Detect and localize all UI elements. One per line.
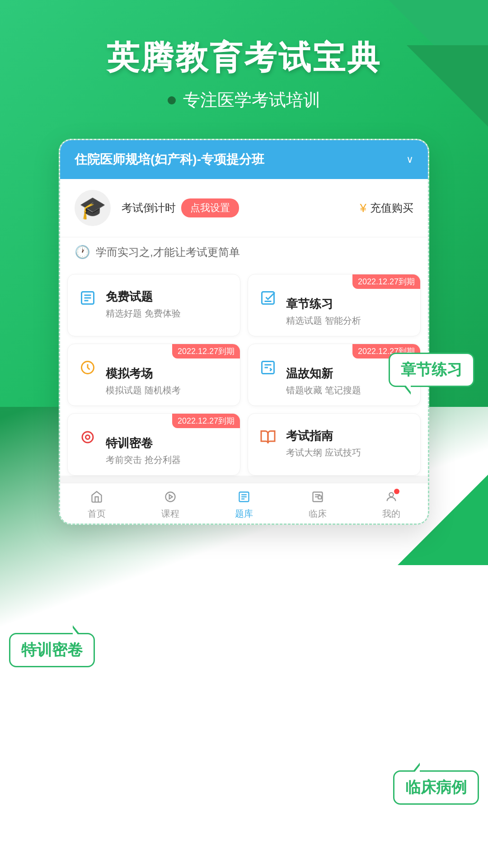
feature-card-special-exam[interactable]: 2022.12.27到期 特训密卷 考前突击 抢分利器 <box>67 413 240 476</box>
expiry-badge-mock-exam: 2022.12.27到期 <box>172 344 240 359</box>
feature-text-chapter-practice: 章节练习 精选试题 智能分析 <box>286 285 411 327</box>
feature-icon-review <box>257 357 279 378</box>
nav-label-course: 课程 <box>161 508 179 520</box>
bottom-nav: 首页 课程 题库 临床 我的 <box>60 483 428 524</box>
app-subtitle: 专注医学考试培训 <box>183 89 320 112</box>
callout-chapter-practice-text: 章节练习 <box>401 361 462 378</box>
feature-text-mock-exam: 模拟考场 模拟试题 随机模考 <box>106 355 231 396</box>
callout-special-exam-text: 特训密卷 <box>21 641 83 658</box>
nav-icon-course <box>164 497 177 505</box>
content-area: 英腾教育考试宝典 专注医学考试培训 住院医师规培(妇产科)-专项提分班 ∨ 🎓 … <box>0 0 488 525</box>
feature-card-exam-guide[interactable]: 考试指南 考试大纲 应试技巧 <box>248 413 421 476</box>
nav-icon-question-bank <box>238 497 250 505</box>
feature-text-free-questions: 免费试题 精选好题 免费体验 <box>106 285 231 320</box>
nav-label-mine: 我的 <box>382 508 400 520</box>
svg-rect-22 <box>318 496 321 499</box>
feature-desc-special-exam: 考前突击 抢分利器 <box>106 454 231 466</box>
phone-mockup: 住院医师规培(妇产科)-专项提分班 ∨ 🎓 考试倒计时 点我设置 ¥ 充值购买 … <box>59 139 429 525</box>
svg-point-11 <box>82 432 93 443</box>
feature-icon-mock-exam <box>77 357 99 378</box>
nav-label-clinical: 临床 <box>309 508 327 520</box>
svg-point-23 <box>389 493 393 497</box>
feature-card-chapter-practice[interactable]: 2022.12.27到期 章节练习 精选试题 智能分析 <box>248 274 421 336</box>
feature-name-exam-guide: 考试指南 <box>286 428 411 444</box>
nav-label-question-bank: 题库 <box>235 508 253 520</box>
set-button[interactable]: 点我设置 <box>181 198 239 217</box>
dot-indicator <box>168 96 176 104</box>
nav-item-home[interactable]: 首页 <box>60 491 134 520</box>
feature-desc-free-questions: 精选好题 免费体验 <box>106 307 231 320</box>
nav-item-clinical[interactable]: 临床 <box>281 491 354 520</box>
feature-text-special-exam: 特训密卷 考前突击 抢分利器 <box>106 425 231 466</box>
svg-rect-4 <box>262 292 274 304</box>
recharge-label: 充值购买 <box>370 201 413 215</box>
coin-icon: ¥ <box>360 201 366 215</box>
feature-text-exam-guide: 考试指南 考试大纲 应试技巧 <box>286 425 411 459</box>
feature-icon-free-questions <box>77 287 99 309</box>
nav-icon-clinical <box>311 497 324 505</box>
feature-desc-exam-guide: 考试大纲 应试技巧 <box>286 447 411 459</box>
feature-icon-exam-guide <box>257 426 279 448</box>
nav-badge-dot-mine <box>394 489 399 494</box>
nav-item-course[interactable]: 课程 <box>134 491 207 520</box>
notice-row: 🕐 学而实习之,才能让考试更简单 <box>60 237 428 267</box>
profile-row: 🎓 考试倒计时 点我设置 ¥ 充值购买 <box>60 179 428 237</box>
feature-icon-chapter-practice <box>257 287 279 309</box>
features-grid: 免费试题 精选好题 免费体验 2022.12.27到期 章节练习 精选试题 智能… <box>60 267 428 476</box>
svg-marker-14 <box>169 495 173 499</box>
nav-icon-wrapper-clinical <box>311 491 324 505</box>
feature-icon-special-exam <box>77 426 99 448</box>
feature-name-chapter-practice: 章节练习 <box>286 296 411 312</box>
app-title: 英腾教育考试宝典 <box>107 36 381 80</box>
svg-point-10 <box>86 435 90 439</box>
nav-item-mine[interactable]: 我的 <box>354 491 428 520</box>
callout-chapter-practice: 章节练习 <box>389 353 474 387</box>
nav-icon-wrapper-mine <box>385 491 398 505</box>
feature-card-free-questions[interactable]: 免费试题 精选好题 免费体验 <box>67 274 240 336</box>
feature-desc-mock-exam: 模拟试题 随机模考 <box>106 384 231 396</box>
nav-item-question-bank[interactable]: 题库 <box>207 491 281 520</box>
notice-text: 学而实习之,才能让考试更简单 <box>96 245 240 259</box>
expiry-badge-special-exam: 2022.12.27到期 <box>172 414 240 428</box>
avatar-area: 🎓 <box>75 190 111 226</box>
nav-icon-mine <box>385 497 398 505</box>
callout-clinical-case: 临床病例 <box>393 770 479 805</box>
callout-special-exam: 特训密卷 <box>9 633 95 667</box>
feature-name-free-questions: 免费试题 <box>106 289 231 305</box>
countdown-label: 考试倒计时 <box>122 201 176 215</box>
countdown-section: 考试倒计时 点我设置 <box>122 198 349 217</box>
app-topbar: 住院医师规培(妇产科)-专项提分班 ∨ <box>60 140 428 179</box>
subtitle-row: 专注医学考试培训 <box>168 89 320 112</box>
nav-icon-wrapper-home <box>90 491 103 505</box>
feature-desc-chapter-practice: 精选试题 智能分析 <box>286 315 411 327</box>
nav-icon-wrapper-course <box>164 491 177 505</box>
svg-point-13 <box>166 492 175 502</box>
callout-clinical-case-text: 临床病例 <box>405 778 467 796</box>
feature-name-special-exam: 特训密卷 <box>106 435 231 451</box>
nav-label-home: 首页 <box>88 508 106 520</box>
nav-icon-wrapper-question-bank <box>238 491 250 505</box>
feature-name-mock-exam: 模拟考场 <box>106 366 231 382</box>
expiry-badge-chapter-practice: 2022.12.27到期 <box>352 274 420 289</box>
feature-card-mock-exam[interactable]: 2022.12.27到期 模拟考场 模拟试题 随机模考 <box>67 344 240 406</box>
recharge-button[interactable]: ¥ 充值购买 <box>360 201 413 215</box>
dropdown-arrow-icon[interactable]: ∨ <box>406 154 413 165</box>
topbar-title: 住院医师规培(妇产科)-专项提分班 <box>75 151 264 168</box>
avatar: 🎓 <box>75 190 111 226</box>
clock-icon: 🕐 <box>75 245 90 259</box>
nav-icon-home <box>90 497 103 505</box>
